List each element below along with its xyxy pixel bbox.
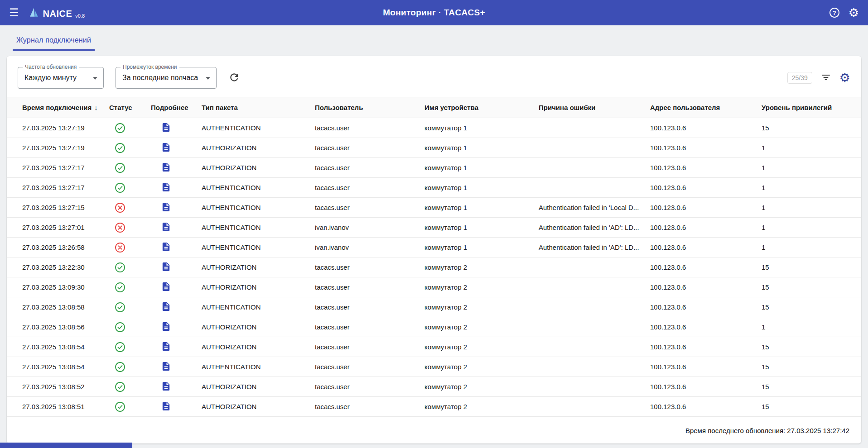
success-status-icon	[115, 123, 125, 133]
details-button[interactable]	[161, 222, 171, 234]
document-icon	[161, 162, 171, 174]
table-row: 27.03.2025 13:27:19 AUTHORIZATION tacacs…	[7, 138, 861, 158]
cell-user: tacacs.user	[311, 377, 421, 397]
error-status-icon	[115, 222, 125, 233]
column-header-user[interactable]: Пользователь	[311, 97, 421, 118]
cell-packet-type: AUTHORIZATION	[198, 317, 311, 337]
table-row: 27.03.2025 13:08:51 AUTHORIZATION tacacs…	[7, 397, 861, 417]
tab-bar: Журнал подключений	[0, 25, 868, 51]
cell-time: 27.03.2025 13:08:56	[7, 317, 106, 337]
help-icon[interactable]: ?	[829, 8, 839, 18]
cell-details	[147, 118, 198, 138]
cell-error	[535, 337, 646, 357]
details-button[interactable]	[161, 142, 171, 154]
cell-packet-type: AUTHORIZATION	[198, 158, 311, 178]
table-row: 27.03.2025 13:22:30 AUTHORIZATION tacacs…	[7, 257, 861, 277]
document-icon	[161, 381, 171, 393]
details-button[interactable]	[161, 281, 171, 293]
cell-details	[147, 397, 198, 417]
cell-time: 27.03.2025 13:27:19	[7, 118, 106, 138]
hamburger-menu-icon[interactable]: ☰	[9, 7, 19, 18]
cell-address: 100.123.0.6	[646, 277, 758, 297]
cell-status	[106, 257, 147, 277]
cell-details	[147, 377, 198, 397]
refresh-button[interactable]	[228, 71, 240, 85]
cell-device: коммутатор 1	[421, 178, 535, 198]
cell-time: 27.03.2025 13:27:15	[7, 198, 106, 218]
cell-packet-type: AUTHENTICATION	[198, 357, 311, 377]
column-header-details[interactable]: Подробнее	[147, 97, 198, 118]
details-button[interactable]	[161, 401, 171, 413]
success-status-icon	[115, 262, 125, 273]
cell-details	[147, 317, 198, 337]
details-button[interactable]	[161, 162, 171, 174]
details-button[interactable]	[161, 242, 171, 253]
filter-button[interactable]	[820, 72, 831, 84]
details-button[interactable]	[161, 341, 171, 353]
cell-device: коммутатор 1	[421, 158, 535, 178]
bottom-partial-bar	[0, 443, 132, 448]
cell-error	[535, 138, 646, 158]
cell-details	[147, 138, 198, 158]
cell-details	[147, 238, 198, 257]
connection-log-table: Время подключения↓ Статус Подробнее Тип …	[7, 97, 861, 417]
cell-device: коммутатор 2	[421, 317, 535, 337]
cell-address: 100.123.0.6	[646, 118, 758, 138]
cell-status	[106, 178, 147, 198]
cell-device: коммутатор 2	[421, 357, 535, 377]
column-header-time[interactable]: Время подключения↓	[7, 97, 106, 118]
log-table-body: 27.03.2025 13:27:19 AUTHENTICATION tacac…	[7, 118, 861, 417]
cell-user: tacacs.user	[311, 277, 421, 297]
details-button[interactable]	[161, 202, 171, 214]
details-button[interactable]	[161, 122, 171, 134]
cell-address: 100.123.0.6	[646, 138, 758, 158]
sort-desc-icon[interactable]: ↓	[94, 104, 98, 111]
table-settings-icon[interactable]: ⚙	[839, 72, 850, 84]
time-range-select[interactable]: Промежуток времени За последние полчаса	[116, 67, 217, 89]
cell-privilege: 15	[758, 377, 861, 397]
cell-error	[535, 257, 646, 277]
cell-device: коммутатор 2	[421, 337, 535, 357]
row-counter: 25/39	[787, 72, 812, 84]
cell-device: коммутатор 1	[421, 138, 535, 158]
cell-user: tacacs.user	[311, 158, 421, 178]
time-range-label: Промежуток времени	[121, 64, 179, 70]
cell-error	[535, 317, 646, 337]
cell-status	[106, 277, 147, 297]
success-status-icon	[115, 302, 125, 313]
success-status-icon	[115, 381, 125, 392]
cell-address: 100.123.0.6	[646, 297, 758, 317]
cell-address: 100.123.0.6	[646, 317, 758, 337]
document-icon	[161, 301, 171, 313]
column-header-error[interactable]: Причина ошибки	[535, 97, 646, 118]
cell-status	[106, 218, 147, 238]
cell-address: 100.123.0.6	[646, 397, 758, 417]
details-button[interactable]	[161, 301, 171, 313]
column-header-device[interactable]: Имя устройства	[421, 97, 535, 118]
cell-user: tacacs.user	[311, 178, 421, 198]
column-header-packet-type[interactable]: Тип пакета	[198, 97, 311, 118]
cell-user: tacacs.user	[311, 357, 421, 377]
cell-device: коммутатор 2	[421, 257, 535, 277]
toolbar-right: 25/39 ⚙	[787, 72, 850, 84]
refresh-rate-select[interactable]: Частота обновления Каждую минуту	[18, 67, 104, 89]
settings-icon[interactable]: ⚙	[849, 7, 859, 19]
column-header-status[interactable]: Статус	[106, 97, 147, 118]
cell-time: 27.03.2025 13:08:52	[7, 377, 106, 397]
details-button[interactable]	[161, 361, 171, 373]
last-update-text: Время последнего обновления: 27.03.2025 …	[7, 417, 861, 441]
cell-error	[535, 397, 646, 417]
column-header-privilege[interactable]: Уровень привилегий	[758, 97, 861, 118]
details-button[interactable]	[161, 381, 171, 393]
details-button[interactable]	[161, 182, 171, 194]
cell-user: tacacs.user	[311, 337, 421, 357]
time-range-value: За последние полчаса	[122, 74, 198, 82]
tab-connection-log[interactable]: Журнал подключений	[13, 32, 95, 51]
column-header-address[interactable]: Адрес пользователя	[646, 97, 758, 118]
details-button[interactable]	[161, 321, 171, 333]
details-button[interactable]	[161, 262, 171, 273]
cell-user: tacacs.user	[311, 397, 421, 417]
cell-device: коммутатор 2	[421, 397, 535, 417]
cell-error	[535, 178, 646, 198]
success-status-icon	[115, 282, 125, 293]
